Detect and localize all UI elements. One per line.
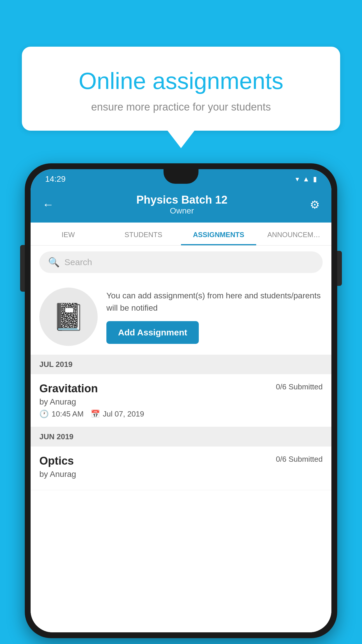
assignment-submitted-optics: 0/6 Submitted [276,455,323,464]
speech-bubble: Online assignments ensure more practice … [22,47,340,131]
back-button[interactable]: ← [42,198,54,211]
speech-bubble-title: Online assignments [45,67,317,95]
battery-icon: ▮ [313,175,317,183]
status-icons: ▾ ▲ ▮ [296,175,317,183]
status-bar: 14:29 ▾ ▲ ▮ [31,169,331,188]
assignment-row-top-optics: Optics 0/6 Submitted [39,455,323,467]
assignment-row-top: Gravitation 0/6 Submitted [39,382,323,395]
content-area: 🔍 Search 📓 You can add assignment(s) fro… [31,246,331,632]
search-bar[interactable]: 🔍 Search [39,251,323,273]
phone-notch [164,169,198,184]
assignment-date: 📅 Jul 07, 2019 [91,410,144,419]
promo-section: 📓 You can add assignment(s) from here an… [31,279,331,355]
app-header: ← Physics Batch 12 Owner ⚙ [31,188,331,223]
tab-assignments[interactable]: ASSIGNMENTS [181,223,256,245]
assignment-time: 🕐 10:45 AM [39,410,84,419]
assignment-name-optics: Optics [39,455,74,467]
assignment-name: Gravitation [39,382,98,395]
assignment-submitted: 0/6 Submitted [276,382,323,391]
search-container: 🔍 Search [31,246,331,279]
tab-iew[interactable]: IEW [31,223,106,245]
promo-text-section: You can add assignment(s) from here and … [106,290,323,344]
assignment-time-text: 10:45 AM [52,410,84,419]
section-header-jul: JUL 2019 [31,355,331,374]
batch-title: Physics Batch 12 [136,194,228,206]
tab-announcements[interactable]: ANNOUNCEM… [256,223,331,245]
speech-bubble-container: Online assignments ensure more practice … [22,47,340,131]
notebook-icon: 📓 [52,302,85,332]
settings-icon[interactable]: ⚙ [310,198,320,211]
assignment-meta: 🕐 10:45 AM 📅 Jul 07, 2019 [39,410,323,419]
owner-label: Owner [136,206,228,216]
assignment-by: by Anurag [39,397,323,407]
assignment-item-gravitation[interactable]: Gravitation 0/6 Submitted by Anurag 🕐 10… [31,374,331,427]
promo-icon-circle: 📓 [39,288,98,346]
phone-wrapper: 14:29 ▾ ▲ ▮ ← Physics Batch 12 Owner ⚙ [25,163,337,638]
clock-icon: 🕐 [39,410,49,419]
promo-description: You can add assignment(s) from here and … [106,290,323,314]
section-header-jun: JUN 2019 [31,427,331,447]
phone-outer: 14:29 ▾ ▲ ▮ ← Physics Batch 12 Owner ⚙ [25,163,337,638]
search-placeholder: Search [64,257,92,267]
assignment-by-optics: by Anurag [39,470,323,479]
speech-bubble-subtitle: ensure more practice for your students [45,101,317,113]
signal-icon: ▲ [303,175,310,183]
status-time: 14:29 [45,174,66,184]
tab-students[interactable]: STUDENTS [106,223,181,245]
phone-screen: 14:29 ▾ ▲ ▮ ← Physics Batch 12 Owner ⚙ [31,169,331,632]
search-icon: 🔍 [48,257,60,268]
assignment-item-optics[interactable]: Optics 0/6 Submitted by Anurag [31,447,331,490]
calendar-icon: 📅 [91,410,100,419]
wifi-icon: ▾ [296,175,299,183]
header-title-section: Physics Batch 12 Owner [136,194,228,216]
tabs-bar: IEW STUDENTS ASSIGNMENTS ANNOUNCEM… [31,223,331,246]
add-assignment-button[interactable]: Add Assignment [106,321,199,344]
assignment-date-text: Jul 07, 2019 [103,410,144,419]
